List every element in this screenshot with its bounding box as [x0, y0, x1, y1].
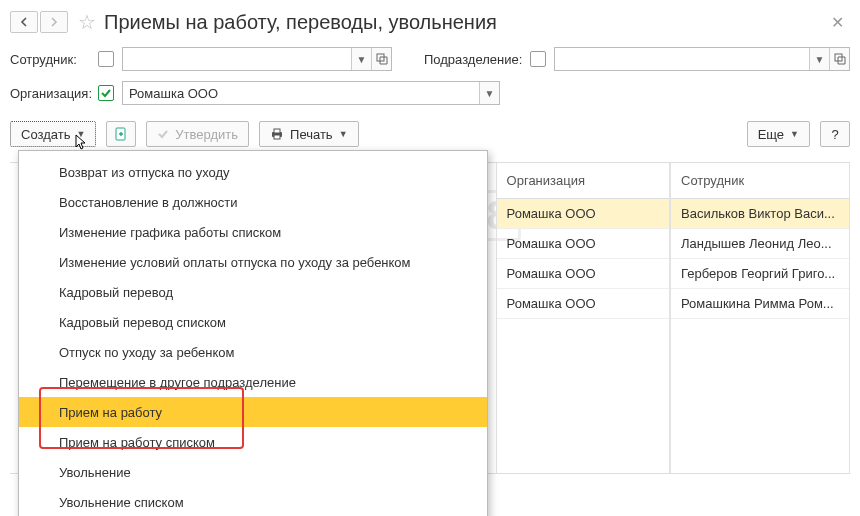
org-dropdown-button[interactable]: ▼	[479, 82, 499, 104]
column-header-org[interactable]: Организация	[497, 163, 669, 199]
menu-item[interactable]: Изменение условий оплаты отпуска по уход…	[19, 247, 487, 277]
svg-rect-4	[274, 129, 280, 133]
org-value: Ромашка ООО	[123, 82, 479, 104]
chevron-down-icon: ▼	[790, 129, 799, 139]
approve-button[interactable]: Утвердить	[146, 121, 249, 147]
menu-item[interactable]: Прием на работу списком	[19, 427, 487, 457]
cell-emp[interactable]: Васильков Виктор Васи...	[671, 199, 849, 229]
create-menu: Возврат из отпуска по уходуВосстановлени…	[18, 150, 488, 516]
menu-item[interactable]: Прием на работу	[19, 397, 487, 427]
menu-item[interactable]: Кадровый перевод	[19, 277, 487, 307]
nav-back-button[interactable]	[10, 11, 38, 33]
nav-forward-button[interactable]	[40, 11, 68, 33]
create-label: Создать	[21, 127, 70, 142]
org-filter-checkbox[interactable]	[98, 85, 114, 101]
cell-emp[interactable]: Герберов Георгий Григо...	[671, 259, 849, 289]
employee-label: Сотрудник:	[10, 52, 90, 67]
employee-value	[123, 48, 351, 70]
check-icon	[157, 128, 169, 140]
cell-org[interactable]: Ромашка ООО	[497, 199, 669, 229]
cell-org[interactable]: Ромашка ООО	[497, 289, 669, 319]
more-label: Еще	[758, 127, 784, 142]
print-label: Печать	[290, 127, 333, 142]
open-external-icon	[834, 53, 846, 65]
department-label: Подразделение:	[424, 52, 522, 67]
arrow-right-icon	[49, 17, 59, 27]
department-value	[555, 48, 809, 70]
org-combo[interactable]: Ромашка ООО ▼	[122, 81, 500, 105]
menu-item[interactable]: Изменение графика работы списком	[19, 217, 487, 247]
help-label: ?	[831, 127, 838, 142]
create-button[interactable]: Создать ▼	[10, 121, 96, 147]
more-button[interactable]: Еще ▼	[747, 121, 810, 147]
department-open-button[interactable]	[829, 48, 849, 70]
menu-item[interactable]: Восстановление в должности	[19, 187, 487, 217]
department-filter-checkbox[interactable]	[530, 51, 546, 67]
column-header-emp[interactable]: Сотрудник	[671, 163, 849, 199]
favorite-star-icon[interactable]: ☆	[78, 10, 96, 34]
menu-item[interactable]: Отпуск по уходу за ребенком	[19, 337, 487, 367]
menu-item[interactable]: Увольнение списком	[19, 487, 487, 516]
employee-open-button[interactable]	[371, 48, 391, 70]
chevron-down-icon: ▼	[76, 129, 85, 139]
employee-filter-checkbox[interactable]	[98, 51, 114, 67]
chevron-down-icon: ▼	[339, 129, 348, 139]
cell-emp[interactable]: Ромашкина Римма Ром...	[671, 289, 849, 319]
close-button[interactable]: ✕	[825, 13, 850, 32]
arrow-left-icon	[19, 17, 29, 27]
cell-emp[interactable]: Ландышев Леонид Лео...	[671, 229, 849, 259]
approve-label: Утвердить	[175, 127, 238, 142]
menu-item[interactable]: Перемещение в другое подразделение	[19, 367, 487, 397]
employee-dropdown-button[interactable]: ▼	[351, 48, 371, 70]
department-dropdown-button[interactable]: ▼	[809, 48, 829, 70]
menu-item[interactable]: Возврат из отпуска по уходу	[19, 157, 487, 187]
cell-org[interactable]: Ромашка ООО	[497, 259, 669, 289]
employee-combo[interactable]: ▼	[122, 47, 392, 71]
menu-item[interactable]: Кадровый перевод списком	[19, 307, 487, 337]
open-external-icon	[376, 53, 388, 65]
page-title: Приемы на работу, переводы, увольнения	[104, 11, 825, 34]
print-button[interactable]: Печать ▼	[259, 121, 359, 147]
menu-item[interactable]: Увольнение	[19, 457, 487, 487]
department-combo[interactable]: ▼	[554, 47, 850, 71]
document-new-icon	[114, 127, 128, 141]
cell-org[interactable]: Ромашка ООО	[497, 229, 669, 259]
printer-icon	[270, 127, 284, 141]
org-label: Организация:	[10, 86, 90, 101]
check-icon	[100, 87, 112, 99]
svg-rect-5	[274, 135, 280, 139]
help-button[interactable]: ?	[820, 121, 850, 147]
refresh-button[interactable]	[106, 121, 136, 147]
